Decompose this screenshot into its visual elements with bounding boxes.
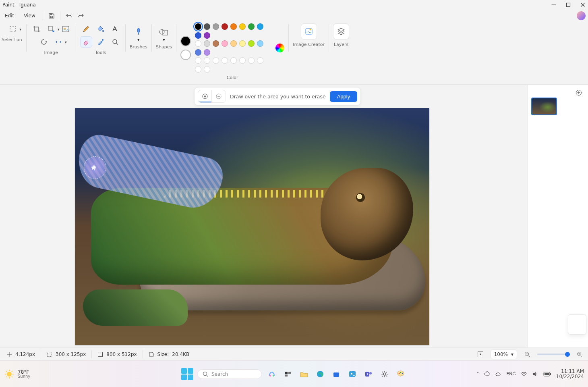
color2-swatch[interactable] [180,50,191,60]
teams-button[interactable]: T [362,368,375,380]
layers-toggle-button[interactable] [333,23,349,40]
swatch[interactable] [230,57,237,64]
swatch[interactable] [239,23,246,30]
swatch[interactable] [230,23,237,30]
menu-edit[interactable]: Edit [0,11,19,20]
swatch[interactable] [195,32,201,39]
swatch[interactable] [204,40,210,47]
start-button[interactable] [181,368,193,380]
remove-bg-button[interactable] [60,23,72,35]
resize-button[interactable]: ▾ [45,23,57,35]
swatch[interactable] [195,23,201,30]
swatch[interactable] [222,40,228,47]
swatch[interactable] [213,57,219,64]
select-tool[interactable]: ▾ [7,23,19,35]
swatch[interactable] [222,23,228,30]
weather-widget[interactable]: 78°F Sunny [18,370,30,379]
redo-button[interactable] [75,10,87,21]
brush-increase-button[interactable] [198,90,212,102]
tray-chevron-icon[interactable]: ˄ [476,371,479,377]
taskbar-search[interactable]: Search [197,369,262,379]
swatch[interactable] [248,57,255,64]
svg-point-25 [273,375,274,377]
swatch[interactable] [248,23,255,30]
close-button[interactable] [580,2,586,8]
color-picker-tool[interactable] [95,36,107,48]
edit-colors-button[interactable] [275,44,284,52]
window-title: Paint - Iguana [2,2,36,8]
add-layer-button[interactable] [573,87,585,98]
volume-icon[interactable] [532,371,538,377]
fill-tool[interactable] [95,23,107,35]
swatch[interactable] [195,66,201,73]
edge-button[interactable] [314,368,326,380]
paint-button[interactable] [395,368,407,380]
rotate-button[interactable] [38,36,50,48]
cloud-icon[interactable] [495,371,501,377]
swatch[interactable] [239,40,246,47]
canvas[interactable] [75,108,429,345]
layer-thumbnail[interactable] [531,98,557,115]
photos-button[interactable] [346,368,358,380]
filesize-icon [149,352,154,357]
swatch[interactable] [257,23,263,30]
taskbar-clock[interactable]: 11:11 AM 10/22/2024 [556,369,584,379]
swatch[interactable] [195,57,201,64]
swatch[interactable] [222,57,228,64]
battery-icon[interactable] [543,372,551,377]
eraser-tool[interactable] [80,36,92,48]
swatch[interactable] [248,40,255,47]
swatch[interactable] [239,57,246,64]
image-creator-button[interactable] [301,23,317,40]
status-dimensions-value: 800 x 512px [106,352,137,357]
zoom-slider[interactable] [537,354,569,355]
color1-swatch[interactable] [180,36,191,46]
store-button[interactable] [330,368,342,380]
zoom-out-button[interactable] [521,349,533,360]
shapes-dropdown[interactable]: ▾ [157,23,171,42]
zoom-combo[interactable]: 100% ▾ [491,350,517,359]
status-size-label: Size: [157,352,169,357]
swatch[interactable] [257,57,263,64]
canvas-size-icon [97,352,103,357]
fit-to-screen-button[interactable] [474,349,487,360]
copilot-button[interactable] [266,368,278,380]
magnifier-tool[interactable] [109,36,121,48]
apply-button[interactable]: Apply [330,91,358,102]
swatch[interactable] [257,40,263,47]
swatch[interactable] [204,23,210,30]
text-tool[interactable] [109,23,121,35]
swatch[interactable] [230,40,237,47]
workspace: Draw over the area you want to erase App… [0,85,588,359]
iguana-tail [83,289,188,326]
layer-popup[interactable] [568,314,586,335]
ime-indicator[interactable]: ENG [506,371,516,377]
brush-decrease-button[interactable] [212,90,226,102]
brushes-dropdown[interactable]: ▾ [131,23,146,42]
explorer-button[interactable] [298,368,310,380]
wifi-icon[interactable] [521,371,527,377]
save-button[interactable] [46,10,58,21]
zoom-in-button[interactable] [574,349,586,360]
svg-rect-30 [333,372,339,377]
swatch[interactable] [204,32,210,39]
menu-view[interactable]: View [19,11,40,20]
pencil-tool[interactable] [80,23,92,35]
swatch[interactable] [204,49,210,56]
swatch[interactable] [195,49,201,56]
onedrive-icon[interactable] [484,371,490,377]
swatch[interactable] [195,40,201,47]
status-cursor-value: 4,124px [15,352,35,357]
settings-button[interactable] [379,368,391,380]
flip-button[interactable]: ▾ [52,36,64,48]
minimize-button[interactable] [551,2,557,8]
undo-button[interactable] [63,10,75,21]
user-avatar[interactable] [577,11,586,20]
swatch[interactable] [213,23,219,30]
swatch[interactable] [204,66,210,73]
maximize-button[interactable] [565,2,571,8]
task-view-button[interactable] [282,368,294,380]
swatch[interactable] [213,40,219,47]
swatch[interactable] [204,57,210,64]
crop-button[interactable] [31,23,43,35]
